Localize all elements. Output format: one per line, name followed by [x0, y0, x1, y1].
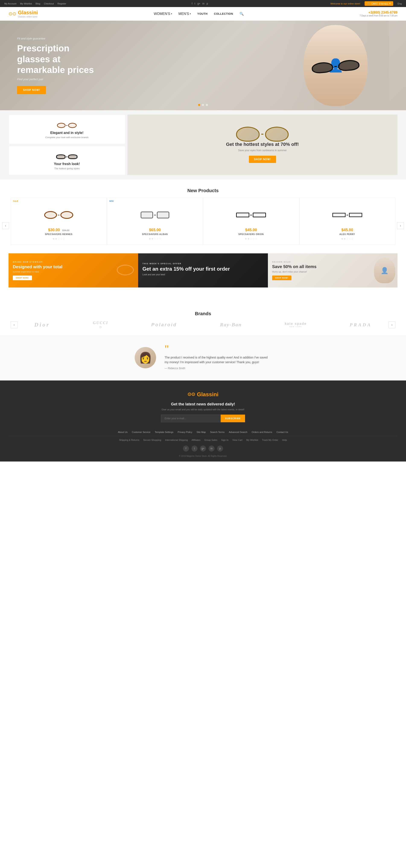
footer-link-customer-service[interactable]: Customer Service — [132, 431, 150, 433]
logo[interactable]: ⊙⊙ Glassini Glasses online store — [8, 9, 38, 18]
footer-logo-icon: ⊙⊙ — [187, 392, 195, 397]
footer-link-secure-shopping[interactable]: Secure Shopping — [143, 439, 161, 441]
footer-links-row1: About Us Customer Service Template Setti… — [8, 431, 398, 436]
brands-next-arrow[interactable]: › — [388, 321, 395, 328]
brand-gucci[interactable]: GUCCI — [93, 321, 108, 325]
footer-facebook-icon[interactable]: f — [183, 445, 189, 452]
facebook-icon[interactable]: f — [192, 2, 192, 5]
footer-link-privacy-policy[interactable]: Privacy Policy — [178, 431, 192, 433]
footer-subscribe-button[interactable]: SUBSCRIBE — [221, 414, 245, 422]
top-bar-right: Welcome to our online store! 🛒 CART 0 it… — [330, 1, 402, 6]
footer-logo-name: Glassini — [197, 391, 219, 398]
banner-card-light: Season sale! Save 50% on all items Hurry… — [268, 253, 398, 287]
brands-section: Brands ‹ Dior GUCCI ⊙ Polaroid Ray-Ban k… — [0, 296, 406, 335]
promo-card-elegant[interactable]: Elegant and in style! Complete your look… — [8, 115, 125, 144]
nav-youth[interactable]: YOUTH — [197, 12, 207, 16]
brand-kate[interactable]: kate spade — [285, 322, 307, 326]
logo-text-area: Glassini Glasses online store — [18, 9, 38, 18]
cart-button[interactable]: 🛒 CART 0 item(s) ▾ — [365, 1, 394, 6]
footer-link-wishlist[interactable]: My Wishlist — [246, 439, 258, 441]
footer-link-shipping[interactable]: Shipping & Returns — [119, 439, 139, 441]
banner-trio: BRAND NEW EYEWEAR! Designed with your to… — [0, 253, 406, 296]
my-wishlist-link[interactable]: My Wishlist — [20, 2, 32, 5]
footer-link-site-map[interactable]: Site Map — [197, 431, 206, 433]
hero-dot-1[interactable] — [198, 104, 200, 106]
brand-rayban[interactable]: Ray-Ban — [220, 322, 242, 328]
hero-section: Fit and style guarantee Prescription gla… — [0, 21, 406, 110]
blog-link[interactable]: Blog — [36, 2, 40, 5]
product-badge-new: New — [109, 200, 114, 202]
footer-link-intl-shipping[interactable]: International Shipping — [165, 439, 187, 441]
footer-link-help[interactable]: Help — [282, 439, 287, 441]
hero-dot-2[interactable] — [202, 104, 204, 106]
footer-link-about[interactable]: About Us — [118, 431, 127, 433]
pinterest-icon[interactable]: p — [207, 2, 208, 5]
brand-prada[interactable]: PRADA — [350, 322, 372, 328]
banner-cta-1[interactable]: SHOP NOW! — [13, 276, 32, 280]
banner-text-dark: This week's special offer Get an extra 1… — [142, 262, 230, 278]
footer-link-signin[interactable]: Sign In — [221, 439, 228, 441]
promo-sunglasses-icon — [236, 127, 289, 142]
linkedin-icon[interactable]: in — [202, 2, 204, 5]
search-icon[interactable]: 🔍 — [239, 12, 244, 16]
hero-dot-3[interactable] — [206, 104, 208, 106]
footer-link-view-cart[interactable]: View Cart — [232, 439, 242, 441]
top-bar-links: My Account My Wishlist Blog Checkout Reg… — [4, 2, 69, 5]
product-name-alban: SPECSAVERS ALBAN — [111, 233, 199, 236]
footer-twitter-icon[interactable]: t — [192, 445, 198, 452]
footer-pinterest-icon[interactable]: p — [217, 445, 223, 452]
footer-email-input[interactable] — [161, 414, 221, 422]
footer-logo: ⊙⊙ Glassini — [8, 391, 398, 398]
hero-content: Fit and style guarantee Prescription gla… — [0, 24, 119, 106]
promo-main-title: Get the hottest styles at 70% off! — [226, 142, 299, 147]
hero-cta-button[interactable]: SHOP NOW! — [17, 86, 46, 94]
nav-mens[interactable]: MEN'S — [178, 12, 191, 16]
promo-main-desc: Save your eyes from sunbeams in summer — [238, 149, 287, 152]
logo-icon: ⊙⊙ — [8, 11, 16, 17]
welcome-text: Welcome to our online store! — [330, 2, 360, 5]
footer-link-group-sales[interactable]: Group Sales — [204, 439, 217, 441]
googleplus-icon[interactable]: g+ — [198, 2, 200, 5]
hero-model-image: 👤 — [282, 21, 389, 110]
footer-link-advanced-search[interactable]: Advanced Search — [229, 431, 248, 433]
brands-prev-arrow[interactable]: ‹ — [11, 321, 18, 328]
product-price-orion: $45.00 — [207, 228, 295, 232]
products-prev-arrow[interactable]: ‹ — [2, 222, 9, 229]
logo-name: Glassini — [18, 9, 38, 16]
promo-card-fresh[interactable]: Your fresh look! The hottest spring styl… — [8, 146, 125, 175]
brand-polaroid[interactable]: Polaroid — [151, 322, 177, 328]
product-name-orion: SPECSAVERS ORION — [207, 233, 295, 236]
banner-glasses-icon-1 — [117, 265, 134, 276]
footer-linkedin-icon[interactable]: in — [208, 445, 214, 452]
product-price-rennes: $30.00 $34.00 — [15, 228, 103, 232]
footer-link-track-order[interactable]: Track My Order — [262, 439, 278, 441]
footer-link-contact[interactable]: Contact Us — [277, 431, 288, 433]
top-bar: My Account My Wishlist Blog Checkout Reg… — [0, 0, 406, 7]
twitter-icon[interactable]: t — [195, 2, 195, 5]
brands-slider: ‹ Dior GUCCI ⊙ Polaroid Ray-Ban kate spa… — [8, 321, 398, 329]
my-account-link[interactable]: My Account — [4, 2, 17, 5]
product-price-alex: $45.00 — [304, 228, 391, 232]
product-card-rennes: Sale $30.00 $34.00 SPECSAVERS RENNES ★★☆… — [11, 198, 107, 245]
products-next-arrow[interactable]: › — [397, 222, 404, 229]
footer-link-template-settings[interactable]: Template Settings — [155, 431, 173, 433]
footer-link-search-terms[interactable]: Search Terms — [210, 431, 225, 433]
product-card-alex: $45.00 ALEX PERRY ★★☆☆☆ — [299, 198, 396, 245]
footer-link-orders-returns[interactable]: Orders and Returns — [252, 431, 272, 433]
product-stars-orion: ★★☆☆☆ — [207, 237, 295, 240]
banner-sub-3: Hurry up, don't miss your chance! — [272, 271, 317, 273]
footer-newsletter-title: Get the latest news delivered daily! — [8, 402, 398, 406]
language-selector[interactable]: Eng — [398, 2, 402, 5]
products-slider: ‹ Sale $30.00 $34.00 SPECSAVERS RENNES ★ — [0, 198, 406, 253]
new-products-title: New Products — [0, 179, 406, 198]
nav-collection[interactable]: COLLECTION — [214, 12, 233, 16]
footer-googleplus-icon[interactable]: g+ — [200, 445, 206, 452]
hero-subtitle: Find your perfect pair — [17, 78, 103, 81]
promo-main-cta-button[interactable]: SHOP NOW! — [249, 156, 276, 163]
banner-cta-3[interactable]: SHOP NOW! — [272, 276, 291, 280]
footer-link-affiliates[interactable]: Affiliates — [192, 439, 200, 441]
register-link[interactable]: Register — [57, 2, 66, 5]
nav-womens[interactable]: WOMEN'S — [154, 12, 172, 16]
brand-dior[interactable]: Dior — [34, 321, 50, 328]
checkout-link[interactable]: Checkout — [44, 2, 54, 5]
